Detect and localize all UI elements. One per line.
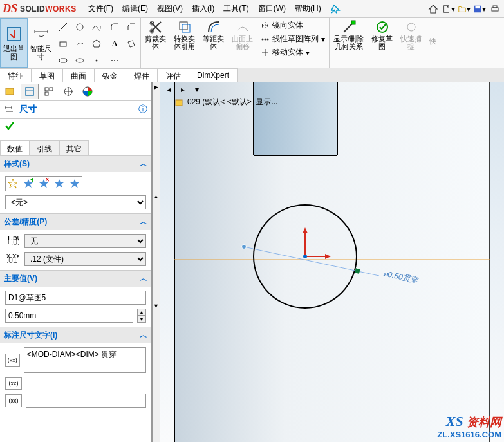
move-button[interactable]: 移动实体▾ xyxy=(259,46,326,59)
tolerance-type-select[interactable]: 无 xyxy=(24,234,146,248)
tab-other[interactable]: 其它 xyxy=(59,140,89,155)
text-above-icon[interactable]: (xx) xyxy=(5,394,22,407)
watermark-xs: XS xyxy=(446,413,463,429)
quick-access-toolbar: ▾ ▾ ▾ xyxy=(427,3,501,15)
print-icon[interactable] xyxy=(489,3,501,15)
style-load-icon[interactable] xyxy=(6,177,20,191)
chevron-up-icon: ︿ xyxy=(140,216,147,227)
circle-icon[interactable] xyxy=(72,19,88,35)
home-icon[interactable] xyxy=(427,3,440,15)
scroll-up-icon[interactable]: ▲ xyxy=(153,193,159,200)
chamfer-icon[interactable] xyxy=(124,19,139,35)
confirm-row xyxy=(0,119,151,134)
style-select[interactable]: <无> xyxy=(5,195,146,209)
text-extra-input[interactable] xyxy=(26,394,146,408)
precision-select[interactable]: .12 (文件) xyxy=(24,252,146,266)
panel-title: 尺寸 xyxy=(19,104,138,115)
section-annotext-header[interactable]: 标注尺寸文字(I)︿ xyxy=(0,327,151,343)
pin-icon[interactable] xyxy=(329,3,342,15)
section-tolerance-header[interactable]: 公差/精度(P)︿ xyxy=(0,214,151,230)
tab-weldment[interactable]: 焊件 xyxy=(126,68,158,82)
config-tab-icon[interactable] xyxy=(40,84,58,99)
text-icon[interactable]: A xyxy=(107,36,122,52)
point-icon[interactable] xyxy=(89,53,104,68)
section-primary-header[interactable]: 主要值(V)︿ xyxy=(0,271,151,287)
menu-edit[interactable]: 编辑(E) xyxy=(118,1,152,16)
model-view[interactable]: ⌀0.50贯穿 xyxy=(160,82,504,442)
quick-snap-button: 快速捕 捉 xyxy=(397,18,425,68)
open-icon[interactable]: ▾ xyxy=(458,3,471,15)
tab-sheetmetal[interactable]: 钣金 xyxy=(95,68,126,82)
mirror-button[interactable]: 镜向实体 xyxy=(259,19,326,32)
rectangle-icon[interactable] xyxy=(55,36,71,52)
svg-text:+.01: +.01 xyxy=(6,238,19,246)
repair-sketch-button[interactable]: 修复草 图 xyxy=(368,18,397,68)
menu-help[interactable]: 帮助(H) xyxy=(291,1,325,16)
tab-sketch[interactable]: 草图 xyxy=(32,68,63,82)
scroll-down-icon[interactable]: ▼ xyxy=(153,303,159,309)
tab-dimxpert[interactable]: DimXpert xyxy=(189,68,238,82)
slot-icon[interactable] xyxy=(55,53,71,68)
svg-point-54 xyxy=(242,245,247,249)
text-center-icon[interactable]: (xx) xyxy=(5,354,20,367)
fillet-icon[interactable] xyxy=(107,19,122,35)
dimension-text-input[interactable]: <MOD-DIAM><DIM> 贯穿 xyxy=(24,347,146,373)
style-delete-icon[interactable]: × xyxy=(37,177,51,191)
offset-button[interactable]: 等距实 体 xyxy=(199,18,228,68)
save-icon[interactable]: ▾ xyxy=(473,3,486,15)
spline-icon[interactable] xyxy=(89,19,104,35)
forward-icon[interactable]: ▸ xyxy=(177,84,189,95)
svg-point-22 xyxy=(377,22,387,32)
menu-view[interactable]: 视图(V) xyxy=(153,1,187,16)
smart-dimension-button[interactable]: 智能尺 寸 xyxy=(28,18,54,68)
property-tab-icon[interactable] xyxy=(21,84,39,99)
appearance-tab-icon[interactable] xyxy=(79,84,97,99)
style-add-icon[interactable]: + xyxy=(21,177,35,191)
tab-surface[interactable]: 曲面 xyxy=(63,68,95,82)
section-style-header[interactable]: 样式(S)︿ xyxy=(0,156,151,172)
style-saveall-icon[interactable] xyxy=(68,177,82,191)
ellipse-icon[interactable] xyxy=(72,53,88,68)
trim-button[interactable]: 剪裁实 体 xyxy=(141,18,170,68)
svg-point-12 xyxy=(96,60,98,62)
menu-file[interactable]: 文件(F) xyxy=(84,1,117,16)
show-hide-relations-button[interactable]: 显示/删除 几何关系 xyxy=(330,18,368,68)
linear-pattern-button[interactable]: 线性草图阵列▾ xyxy=(259,33,326,45)
pattern-column: 镜向实体 线性草图阵列▾ 移动实体▾ xyxy=(257,18,329,68)
feature-tree-tab-icon[interactable] xyxy=(1,84,19,99)
tab-evaluate[interactable]: 评估 xyxy=(158,68,189,82)
tab-feature[interactable]: 特征 xyxy=(0,68,32,82)
spin-up-button[interactable]: ▲ xyxy=(137,309,146,316)
more-icon[interactable]: ⋯ xyxy=(107,53,122,68)
convert-button[interactable]: 转换实 体引用 xyxy=(170,18,199,68)
plane-icon[interactable] xyxy=(124,36,139,52)
dimxpert-tab-icon[interactable] xyxy=(59,84,77,99)
line-icon[interactable] xyxy=(55,19,71,35)
back-icon[interactable]: ◂ xyxy=(163,84,174,95)
menu-window[interactable]: 窗口(W) xyxy=(254,1,290,16)
svg-rect-25 xyxy=(26,88,33,95)
polygon-icon[interactable] xyxy=(89,36,104,52)
graphics-area[interactable]: ◂ ▸ ▾ 029 (默认< <默认>_显示... xyxy=(160,82,504,442)
svg-rect-27 xyxy=(45,88,48,91)
new-doc-icon[interactable]: ▾ xyxy=(442,3,455,15)
dimension-name-input[interactable] xyxy=(5,291,146,305)
arc-icon[interactable] xyxy=(72,36,88,52)
dropdown-icon[interactable]: ▾ xyxy=(191,84,203,95)
text-below-icon[interactable]: (xx) xyxy=(5,377,22,390)
tab-value[interactable]: 数值 xyxy=(0,140,30,155)
ok-icon[interactable] xyxy=(4,120,15,133)
panel-expand-icon[interactable]: ▶ xyxy=(154,84,158,90)
document-breadcrumb[interactable]: 029 (默认< <默认>_显示... xyxy=(174,97,277,108)
exit-sketch-button[interactable]: 退出草 图 xyxy=(0,18,28,68)
svg-point-23 xyxy=(407,23,415,31)
menu-tools[interactable]: 工具(T) xyxy=(219,1,252,16)
watermark-url: ZL.XS1616.COM xyxy=(437,430,501,439)
spin-down-button[interactable]: ▼ xyxy=(137,316,146,323)
help-icon[interactable]: ⓘ xyxy=(138,104,147,115)
style-save-icon[interactable] xyxy=(52,177,66,191)
dimension-value-input[interactable] xyxy=(5,309,133,323)
svg-text:×: × xyxy=(45,178,49,184)
menu-insert[interactable]: 插入(I) xyxy=(188,1,218,16)
tab-leader[interactable]: 引线 xyxy=(30,140,59,155)
